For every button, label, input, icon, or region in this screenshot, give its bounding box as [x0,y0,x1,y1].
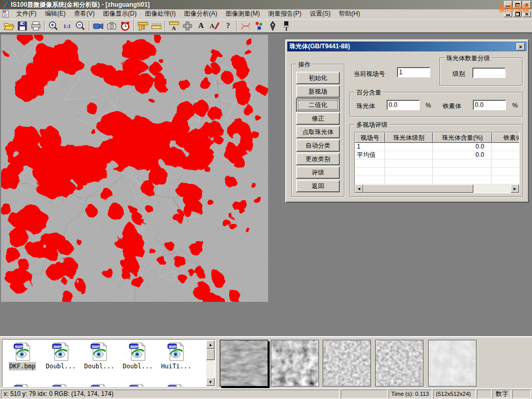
dialog-title-bar[interactable]: 珠光体(GB/T9441-88) × [287,42,527,51]
file-name[interactable]: Doubl... [46,363,76,370]
file-item[interactable]: BMP Doubl... [80,341,118,382]
child-close-button[interactable]: × [523,10,531,17]
col-field[interactable]: 视场号 [355,132,385,143]
menu-edit[interactable]: 编辑(E) [41,8,70,19]
operations-group: 操作 初始化 新视场 二值化 修正 点取珠光体 自动分类 更改类别 评级 返回 [291,64,344,197]
zoom-in-button[interactable] [47,20,60,32]
file-item[interactable]: BMP DKF.bmp [3,341,42,382]
file-item[interactable]: BMP [42,382,80,387]
grade-button[interactable]: 评级 [296,166,340,179]
file-name[interactable]: DKF.bmp [9,363,36,370]
menu-image-process[interactable]: 图像处理(I) [141,8,180,19]
save-button[interactable] [16,20,29,32]
menu-file[interactable]: 文件(F) [12,8,41,19]
file-item[interactable]: BMP [118,382,157,387]
child-restore-button[interactable] [513,10,522,17]
caliper-tool-button[interactable] [136,20,150,32]
camera-capture-button[interactable] [105,20,118,32]
scroll-down-button[interactable]: ▼ [206,378,215,386]
return-button[interactable]: 返回 [296,180,340,192]
col-ferrite[interactable]: 铁素体 [492,132,520,143]
binarize-button[interactable]: 二值化 [296,99,340,111]
scroll-left-button[interactable]: ◄ [355,184,363,193]
thumbnail-preview-1[interactable] [220,340,268,387]
menu-measure-report[interactable]: 测量报告(P) [264,8,305,19]
file-item[interactable]: BMP [80,382,118,387]
menu-settings[interactable]: 设置(S) [305,8,335,19]
file-item[interactable]: BMP Doubl... [118,341,157,382]
scrollbar-thumb[interactable] [206,349,215,360]
edit-text-button[interactable]: A [208,20,221,32]
scroll-up-button[interactable]: ▲ [206,340,215,349]
file-name[interactable]: Doubl... [123,363,153,370]
menu-image-measure[interactable]: 图像测量(M) [221,8,264,19]
file-list-scrollbar[interactable]: ▲ ▼ [206,340,215,386]
menu-view[interactable]: 查看(V) [70,8,99,19]
curve-tool-button[interactable] [239,20,252,32]
svg-text:BMP: BMP [130,345,139,349]
table-row[interactable]: 平均值 0.0 [355,151,519,159]
measure-annotate-button[interactable]: A [167,20,181,32]
file-item[interactable]: BMP Doubl... [42,341,80,382]
open-file-button[interactable] [2,20,16,32]
status-pane-empty [512,390,531,398]
actual-size-button[interactable]: 1:1 [60,20,74,32]
menu-image-analysis[interactable]: 图像分析(A) [180,8,221,19]
col-grade[interactable]: 珠光体级别 [385,132,433,143]
close-button[interactable]: × [523,1,531,8]
pick-pearlite-button[interactable]: 点取珠光体 [296,126,340,138]
file-name[interactable]: Doubl... [84,363,114,370]
thumbnail-preview-5[interactable] [428,340,476,387]
rating-table[interactable]: 视场号 珠光体级别 珠光体含量(%) 铁素体 1 0.0 平均值 0.0 [354,132,520,193]
thumbnail-preview-4[interactable] [375,340,423,387]
measure-text-icon: A [168,20,180,32]
print-button[interactable] [29,20,43,32]
child-minimize-button[interactable] [504,10,512,17]
timer-button[interactable] [118,20,132,32]
grade-input[interactable] [472,68,506,78]
maximize-button[interactable] [513,1,522,8]
pearlite-percent-input[interactable] [387,100,420,110]
svg-text:BMP: BMP [15,387,23,388]
text-tool-button[interactable]: A [194,20,208,32]
merge-grid-button[interactable] [181,20,194,32]
open-folder-icon [3,20,15,32]
close-icon: × [525,2,528,7]
table-row[interactable]: 1 0.0 [355,143,519,151]
scrollbar-thumb[interactable] [363,184,473,193]
help-label: ? [226,21,230,30]
brush-tool-button[interactable] [280,20,293,32]
table-empty-row [355,168,519,176]
video-capture-button[interactable] [91,20,105,32]
minimize-button[interactable] [504,1,512,8]
menu-help[interactable]: 帮助(H) [335,8,364,19]
thumbnail-preview-2[interactable] [271,340,319,387]
menu-image-display[interactable]: 图像显示(D) [99,8,141,19]
scroll-right-button[interactable]: ► [511,184,519,193]
classify-points-button[interactable] [252,20,266,32]
file-list[interactable]: BMP DKF.bmp BMP Doubl... BMP [2,339,216,387]
current-field-input[interactable] [397,67,430,77]
new-field-button[interactable]: 新视场 [296,85,340,98]
help-button[interactable]: ? [221,20,235,32]
ink-picker-button[interactable] [266,20,280,32]
ferrite-percent-input[interactable] [473,100,506,110]
file-item[interactable]: BMP [157,382,195,387]
file-item[interactable]: BMP HuiTi... [157,341,195,382]
micrograph-image[interactable] [1,35,268,302]
file-item[interactable]: BMP [3,382,42,387]
percent-group-label: 百分含量 [354,88,383,97]
change-class-button[interactable]: 更改类别 [296,153,340,165]
ruler-tool-button[interactable] [150,20,163,32]
auto-classify-button[interactable]: 自动分类 [296,139,340,152]
maximize-icon [515,3,520,7]
file-name[interactable]: HuiTi... [161,363,191,370]
correct-button[interactable]: 修正 [296,112,340,125]
col-pearlite[interactable]: 珠光体含量(%) [433,132,492,143]
thumbnail-preview-3[interactable] [323,340,371,387]
table-horizontal-scrollbar[interactable]: ◄ ► [355,184,519,193]
init-button[interactable]: 初始化 [296,72,340,84]
zoom-out-button[interactable] [74,20,87,32]
cell-ferrite [492,143,520,151]
dialog-close-button[interactable]: × [516,43,525,50]
